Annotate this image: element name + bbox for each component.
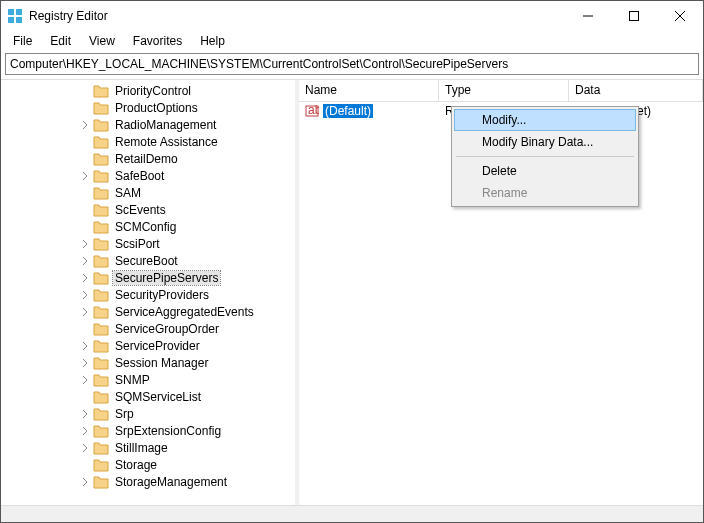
expander-icon (79, 204, 91, 216)
tree-label: StorageManagement (113, 475, 229, 489)
menu-view[interactable]: View (81, 32, 123, 50)
folder-icon (93, 390, 109, 404)
folder-icon (93, 118, 109, 132)
tree-item-srpextensionconfig[interactable]: SrpExtensionConfig (1, 422, 295, 439)
menu-file[interactable]: File (5, 32, 40, 50)
expander-icon[interactable] (79, 170, 91, 182)
tree-pane[interactable]: PriorityControlProductOptionsRadioManage… (1, 80, 295, 505)
expander-icon (79, 153, 91, 165)
tree-item-servicegrouporder[interactable]: ServiceGroupOrder (1, 320, 295, 337)
tree-label: ServiceAggregatedEvents (113, 305, 256, 319)
tree-item-session-manager[interactable]: Session Manager (1, 354, 295, 371)
col-type[interactable]: Type (439, 80, 569, 101)
expander-icon[interactable] (79, 408, 91, 420)
tree-item-sam[interactable]: SAM (1, 184, 295, 201)
menu-item-modify[interactable]: Modify... (454, 109, 636, 131)
folder-icon (93, 356, 109, 370)
tree-item-scevents[interactable]: ScEvents (1, 201, 295, 218)
tree-label: Storage (113, 458, 159, 472)
regedit-icon (7, 8, 23, 24)
tree-item-securepipeservers[interactable]: SecurePipeServers (1, 269, 295, 286)
title-bar: Registry Editor (1, 1, 703, 31)
expander-icon[interactable] (79, 357, 91, 369)
tree-item-serviceaggregatedevents[interactable]: ServiceAggregatedEvents (1, 303, 295, 320)
address-bar[interactable]: Computer\HKEY_LOCAL_MACHINE\SYSTEM\Curre… (5, 53, 699, 75)
folder-icon (93, 373, 109, 387)
tree-label: Session Manager (113, 356, 210, 370)
svg-rect-5 (630, 12, 639, 21)
svg-rect-1 (16, 9, 22, 15)
tree-item-remote-assistance[interactable]: Remote Assistance (1, 133, 295, 150)
tree-label: ScEvents (113, 203, 168, 217)
tree-label: SQMServiceList (113, 390, 203, 404)
expander-icon[interactable] (79, 272, 91, 284)
tree-item-productoptions[interactable]: ProductOptions (1, 99, 295, 116)
folder-icon (93, 288, 109, 302)
tree-item-scmconfig[interactable]: SCMConfig (1, 218, 295, 235)
tree-label: Srp (113, 407, 136, 421)
tree-item-serviceprovider[interactable]: ServiceProvider (1, 337, 295, 354)
tree-item-retaildemo[interactable]: RetailDemo (1, 150, 295, 167)
tree-label: SafeBoot (113, 169, 166, 183)
tree-item-safeboot[interactable]: SafeBoot (1, 167, 295, 184)
tree-item-scsiport[interactable]: ScsiPort (1, 235, 295, 252)
status-bar (1, 505, 703, 523)
tree-label: Remote Assistance (113, 135, 220, 149)
tree-item-securityproviders[interactable]: SecurityProviders (1, 286, 295, 303)
folder-icon (93, 254, 109, 268)
minimize-button[interactable] (565, 1, 611, 31)
expander-icon[interactable] (79, 425, 91, 437)
tree-item-sqmservicelist[interactable]: SQMServiceList (1, 388, 295, 405)
expander-icon[interactable] (79, 442, 91, 454)
tree-label: ScsiPort (113, 237, 162, 251)
expander-icon (79, 221, 91, 233)
menu-favorites[interactable]: Favorites (125, 32, 190, 50)
folder-icon (93, 135, 109, 149)
tree-label: SecureBoot (113, 254, 180, 268)
folder-icon (93, 441, 109, 455)
expander-icon[interactable] (79, 119, 91, 131)
svg-rect-2 (8, 17, 14, 23)
expander-icon (79, 102, 91, 114)
expander-icon[interactable] (79, 340, 91, 352)
tree-item-srp[interactable]: Srp (1, 405, 295, 422)
close-button[interactable] (657, 1, 703, 31)
tree-item-prioritycontrol[interactable]: PriorityControl (1, 82, 295, 99)
values-pane[interactable]: Name Type Data ab(Default)REG_SZ(value n… (299, 80, 703, 505)
folder-icon (93, 169, 109, 183)
col-data[interactable]: Data (569, 80, 703, 101)
tree-item-stillimage[interactable]: StillImage (1, 439, 295, 456)
expander-icon (79, 187, 91, 199)
expander-icon (79, 136, 91, 148)
expander-icon (79, 85, 91, 97)
tree-item-snmp[interactable]: SNMP (1, 371, 295, 388)
maximize-button[interactable] (611, 1, 657, 31)
expander-icon[interactable] (79, 306, 91, 318)
tree-label: ServiceGroupOrder (113, 322, 221, 336)
expander-icon[interactable] (79, 238, 91, 250)
tree-label: SNMP (113, 373, 152, 387)
expander-icon (79, 391, 91, 403)
menu-item-modify-binary-data[interactable]: Modify Binary Data... (454, 131, 636, 153)
tree-label: SrpExtensionConfig (113, 424, 223, 438)
tree-item-storagemanagement[interactable]: StorageManagement (1, 473, 295, 490)
tree-item-radiomanagement[interactable]: RadioManagement (1, 116, 295, 133)
folder-icon (93, 220, 109, 234)
folder-icon (93, 407, 109, 421)
expander-icon[interactable] (79, 255, 91, 267)
expander-icon[interactable] (79, 476, 91, 488)
tree-item-storage[interactable]: Storage (1, 456, 295, 473)
expander-icon (79, 323, 91, 335)
tree-label: SCMConfig (113, 220, 178, 234)
expander-icon[interactable] (79, 289, 91, 301)
expander-icon[interactable] (79, 374, 91, 386)
col-name[interactable]: Name (299, 80, 439, 101)
menu-edit[interactable]: Edit (42, 32, 79, 50)
folder-icon (93, 271, 109, 285)
folder-icon (93, 101, 109, 115)
tree-item-secureboot[interactable]: SecureBoot (1, 252, 295, 269)
folder-icon (93, 203, 109, 217)
menu-item-rename: Rename (454, 182, 636, 204)
menu-item-delete[interactable]: Delete (454, 160, 636, 182)
menu-help[interactable]: Help (192, 32, 233, 50)
